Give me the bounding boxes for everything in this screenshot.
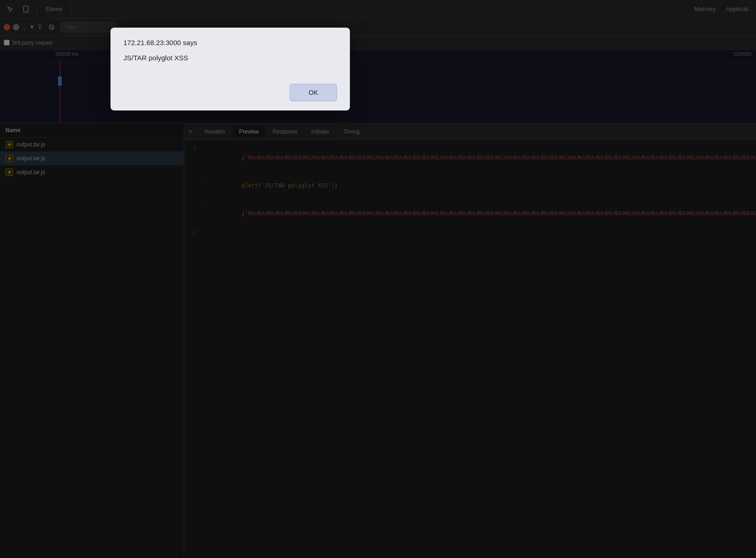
modal-dialog: 172.21.68.23:3000 says JS/TAR polyglot X… (110, 28, 350, 110)
modal-ok-button[interactable]: OK (290, 84, 337, 101)
modal-overlay: 172.21.68.23:3000 says JS/TAR polyglot X… (0, 0, 756, 558)
modal-footer: OK (123, 84, 337, 101)
modal-title: 172.21.68.23:3000 says (123, 39, 337, 46)
modal-message: JS/TAR polyglot XSS (123, 54, 337, 62)
